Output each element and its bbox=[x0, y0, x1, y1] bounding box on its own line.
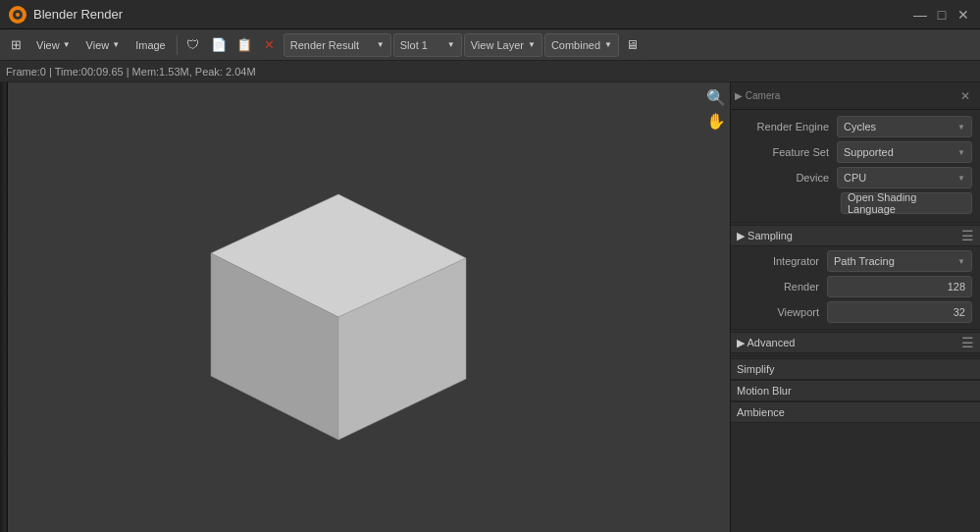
feature-set-value: Supported bbox=[844, 146, 894, 158]
view-menu-button[interactable]: View ▼ bbox=[29, 33, 77, 57]
combined-dropdown[interactable]: Combined ▼ bbox=[544, 33, 619, 57]
rendered-cube bbox=[186, 165, 490, 450]
advanced-list-icon: ☰ bbox=[961, 335, 974, 350]
sampling-section-header[interactable]: ▶ Sampling ☰ bbox=[731, 225, 980, 246]
minimize-button[interactable]: — bbox=[911, 6, 929, 24]
render-samples-label: Render bbox=[739, 281, 827, 293]
left-strip bbox=[0, 82, 8, 532]
props-top-label: ▶ Camera bbox=[735, 90, 780, 101]
viewport-samples-label: Viewport bbox=[739, 306, 827, 318]
render-samples-value: 128 bbox=[948, 281, 965, 293]
toolbar-sep-1 bbox=[177, 35, 178, 55]
render-viewport[interactable]: 🔍 ✋ bbox=[8, 82, 730, 532]
frame-info: Frame:0 | Time:00:09.65 | Mem:1.53M, Pea… bbox=[6, 66, 256, 78]
slot-label: Slot 1 bbox=[400, 39, 428, 51]
window-controls: — □ ✕ bbox=[911, 6, 972, 24]
render-result-dropdown[interactable]: Render Result ▼ bbox=[284, 33, 391, 57]
image-menu-label: Image bbox=[135, 39, 166, 51]
sampling-header-label: ▶ Sampling bbox=[737, 230, 793, 242]
device-value: CPU bbox=[844, 172, 866, 184]
view-menu-label: View bbox=[36, 39, 60, 51]
combined-label: Combined bbox=[551, 39, 600, 51]
render-samples-row: Render 128 bbox=[731, 274, 980, 299]
device-dropdown[interactable]: CPU bbox=[837, 167, 972, 188]
app-logo bbox=[8, 5, 27, 25]
toolbar: ⊞ View ▼ View ▼ Image 🛡 📄 📋 ✕ Render Res… bbox=[0, 29, 980, 61]
slot-arrow: ▼ bbox=[447, 40, 455, 49]
window-title: Blender Render bbox=[33, 7, 911, 22]
advanced-section-header[interactable]: ▶ Advanced ☰ bbox=[731, 332, 980, 353]
viewport-samples-row: Viewport 32 bbox=[731, 299, 980, 325]
render-engine-section: Render Engine Cycles Feature Set Support… bbox=[731, 110, 980, 220]
sampling-list-icon: ☰ bbox=[961, 228, 974, 243]
integrator-value: Path Tracing bbox=[834, 255, 895, 267]
image-menu-button[interactable]: Image bbox=[129, 33, 173, 57]
simplify-section-header[interactable]: Simplify bbox=[731, 358, 980, 380]
properties-panel: ▶ Camera ✕ Render Engine Cycles Feature … bbox=[730, 82, 980, 532]
integrator-dropdown[interactable]: Path Tracing bbox=[827, 250, 972, 272]
title-bar: Blender Render — □ ✕ bbox=[0, 0, 980, 29]
save-icon-button[interactable]: 📄 bbox=[207, 33, 231, 57]
maximize-button[interactable]: □ bbox=[933, 6, 951, 24]
ambience-section-header[interactable]: Ambience bbox=[731, 401, 980, 423]
osl-label: Open Shading Language bbox=[848, 191, 965, 215]
view-layer-dropdown[interactable]: View Layer ▼ bbox=[464, 33, 542, 57]
display-icon-button[interactable]: 🖥 bbox=[621, 33, 645, 57]
main-content: 🔍 ✋ ▶ Camera ✕ Render Engine Cycles Feat… bbox=[0, 82, 980, 532]
feature-set-row: Feature Set Supported bbox=[731, 139, 980, 165]
view2-menu-button[interactable]: View ▼ bbox=[79, 33, 128, 57]
combined-arrow: ▼ bbox=[604, 40, 612, 49]
slot-dropdown[interactable]: Slot 1 ▼ bbox=[393, 33, 462, 57]
grid-view-button[interactable]: ⊞ bbox=[4, 33, 27, 57]
feature-set-dropdown[interactable]: Supported bbox=[837, 141, 972, 163]
view2-dropdown-arrow: ▼ bbox=[112, 40, 120, 49]
osl-row: Open Shading Language bbox=[731, 190, 980, 216]
view-layer-label: View Layer bbox=[471, 39, 524, 51]
close-button[interactable]: ✕ bbox=[954, 6, 972, 24]
status-bar: Frame:0 | Time:00:09.65 | Mem:1.53M, Pea… bbox=[0, 61, 980, 82]
view-dropdown-arrow: ▼ bbox=[63, 40, 71, 49]
render-canvas bbox=[8, 82, 730, 532]
integrator-section: Integrator Path Tracing Render 128 Viewp… bbox=[731, 246, 980, 327]
motion-blur-section-header[interactable]: Motion Blur bbox=[731, 380, 980, 401]
shield-icon-button[interactable]: 🛡 bbox=[181, 33, 205, 57]
render-samples-input[interactable]: 128 bbox=[827, 276, 972, 297]
divider-3 bbox=[731, 355, 980, 356]
motion-blur-header-label: Motion Blur bbox=[737, 385, 792, 397]
ambience-header-label: Ambience bbox=[737, 406, 785, 418]
divider-1 bbox=[731, 222, 980, 223]
viewport-samples-input[interactable]: 32 bbox=[827, 301, 972, 323]
simplify-header-label: Simplify bbox=[737, 363, 775, 375]
render-result-label: Render Result bbox=[290, 39, 359, 51]
integrator-row: Integrator Path Tracing bbox=[731, 248, 980, 274]
device-row: Device CPU bbox=[731, 165, 980, 190]
viewport-samples-value: 32 bbox=[954, 306, 965, 318]
render-engine-row: Render Engine Cycles bbox=[731, 114, 980, 139]
integrator-label: Integrator bbox=[739, 255, 827, 267]
viewport-side-buttons: 🔍 ✋ bbox=[702, 82, 730, 532]
hand-button[interactable]: ✋ bbox=[705, 110, 727, 132]
props-top-bar: ▶ Camera ✕ bbox=[731, 82, 980, 110]
render-area-wrapper: 🔍 ✋ bbox=[8, 82, 730, 532]
magnify-button[interactable]: 🔍 bbox=[705, 86, 727, 108]
props-close-button[interactable]: ✕ bbox=[954, 85, 976, 107]
render-engine-dropdown[interactable]: Cycles bbox=[837, 116, 972, 137]
render-result-arrow: ▼ bbox=[377, 40, 385, 49]
svg-point-2 bbox=[16, 13, 20, 17]
divider-2 bbox=[731, 329, 980, 330]
view-layer-arrow: ▼ bbox=[528, 40, 536, 49]
copy-icon-button[interactable]: 📋 bbox=[232, 33, 256, 57]
device-label: Device bbox=[739, 172, 837, 184]
close-render-button[interactable]: ✕ bbox=[258, 33, 282, 57]
osl-button[interactable]: Open Shading Language bbox=[841, 192, 972, 214]
advanced-header-label: ▶ Advanced bbox=[737, 337, 795, 349]
feature-set-label: Feature Set bbox=[739, 146, 837, 158]
view2-menu-label: View bbox=[86, 39, 110, 51]
render-engine-value: Cycles bbox=[844, 121, 876, 133]
render-engine-label: Render Engine bbox=[739, 121, 837, 133]
